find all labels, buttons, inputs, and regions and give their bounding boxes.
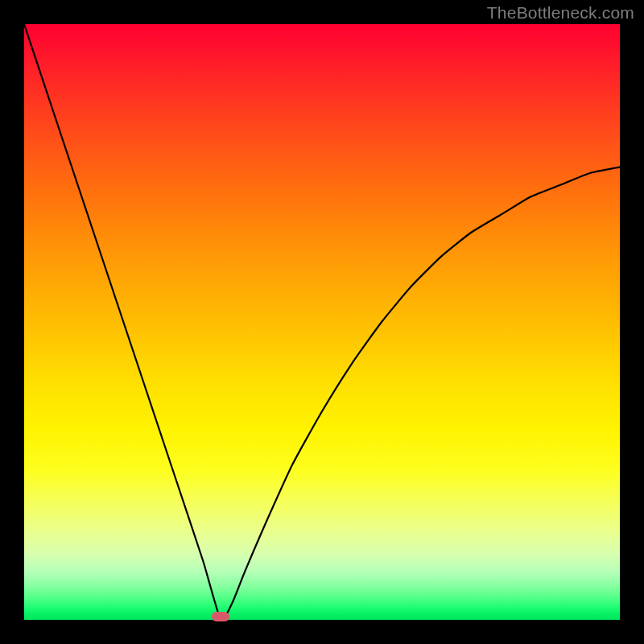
plot-area bbox=[24, 24, 620, 620]
chart-frame: TheBottleneck.com bbox=[0, 0, 644, 644]
watermark-text: TheBottleneck.com bbox=[487, 3, 634, 23]
bottleneck-curve bbox=[24, 24, 620, 620]
min-marker bbox=[212, 612, 229, 621]
